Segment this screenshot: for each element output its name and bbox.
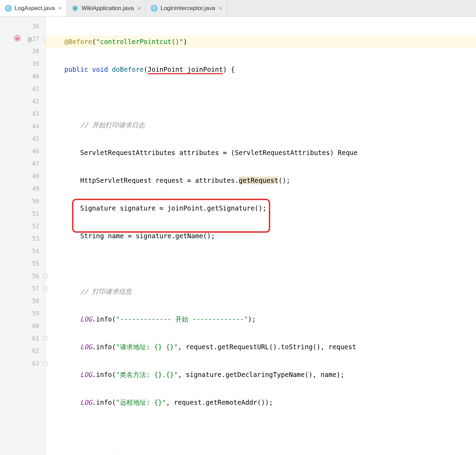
line-number: 60 — [32, 323, 39, 329]
line-number: 51 — [32, 210, 39, 217]
gutter[interactable]: 36 m @ 37 − 38 39 40 41 42 43 44 45 46 4… — [0, 17, 46, 455]
method-marker-icon[interactable]: m — [14, 35, 21, 43]
line-number: 44 — [32, 123, 39, 130]
close-icon[interactable]: ✕ — [218, 5, 223, 12]
line-number: 36 — [32, 23, 39, 30]
code-line — [46, 91, 476, 103]
line-number: 45 — [32, 135, 39, 142]
code-line: Signature signature = joinPoint.getSigna… — [46, 202, 476, 214]
line-number: 59 — [32, 310, 39, 317]
line-number: 61 — [32, 335, 39, 342]
line-number: 58 — [32, 298, 39, 304]
line-number: 50 — [32, 198, 39, 205]
line-number: 46 — [32, 148, 39, 155]
line-number: 43 — [32, 110, 39, 117]
line-number: 49 — [32, 185, 39, 192]
line-number: 38 — [32, 48, 39, 55]
line-number: 56 — [32, 273, 39, 280]
tab-label: LoginInterceptor.java — [160, 5, 215, 12]
svg-text:m: m — [16, 36, 19, 41]
code-line: ServletRequestAttributes attributes = (S… — [46, 146, 476, 159]
line-number: 42 — [32, 98, 39, 105]
code-line — [46, 424, 476, 436]
line-number: 37 — [32, 35, 39, 42]
code-line: // 打印请求信息 — [46, 285, 476, 298]
code-line: HttpServletRequest request = attributes.… — [46, 174, 476, 187]
line-number: 52 — [32, 223, 39, 230]
line-number: 53 — [32, 235, 39, 242]
line-number: 41 — [32, 85, 39, 92]
line-number: 47 — [32, 160, 39, 167]
tab-label: WikiApplication.java — [81, 5, 134, 12]
line-number: 57 — [32, 285, 39, 292]
code-line: LOG.info("请求地址: {} {}", request.getReque… — [46, 341, 476, 353]
editor-tabs: C LogAspect.java ✕ WikiApplication.java … — [0, 0, 476, 17]
tab-logaspect[interactable]: C LogAspect.java ✕ — [0, 0, 67, 16]
code-line: // 开始打印请求日志 — [46, 119, 476, 131]
code-line: LOG.info("------------- 开始 -------------… — [46, 313, 476, 325]
close-icon[interactable]: ✕ — [58, 5, 63, 12]
code-line — [46, 257, 476, 270]
code-line: public void doBefore(JoinPoint joinPoint… — [46, 63, 476, 76]
line-number: 55 — [32, 260, 39, 267]
java-class-icon: C — [151, 5, 158, 12]
override-icon[interactable]: @ — [28, 35, 32, 43]
line-number: 62 — [32, 347, 39, 354]
code-line: @Before("controllerPointcut()") — [46, 35, 476, 48]
code-line: LOG.info("远程地址: {}", request.getRemoteAd… — [46, 396, 476, 409]
code-editor[interactable]: @Before("controllerPointcut()") public v… — [46, 17, 476, 455]
line-number: 40 — [32, 73, 39, 80]
code-line: String name = signature.getName(); — [46, 230, 476, 242]
run-config-icon — [72, 5, 79, 12]
code-line: LOG.info("类名方法: {}.{}", signature.getDec… — [46, 368, 476, 381]
java-class-icon: C — [5, 5, 12, 12]
tab-label: LogAspect.java — [15, 5, 55, 12]
editor-area: 36 m @ 37 − 38 39 40 41 42 43 44 45 46 4… — [0, 17, 476, 455]
line-number: 54 — [32, 248, 39, 255]
line-number: 63 — [32, 360, 39, 367]
close-icon[interactable]: ✕ — [136, 5, 142, 12]
tab-logininterceptor[interactable]: C LoginInterceptor.java ✕ — [146, 0, 227, 16]
code-line: // 打印请求参数 — [46, 452, 476, 455]
tab-wikiapplication[interactable]: WikiApplication.java ✕ — [67, 0, 146, 16]
line-number: 39 — [32, 60, 39, 67]
line-number: 48 — [32, 173, 39, 180]
